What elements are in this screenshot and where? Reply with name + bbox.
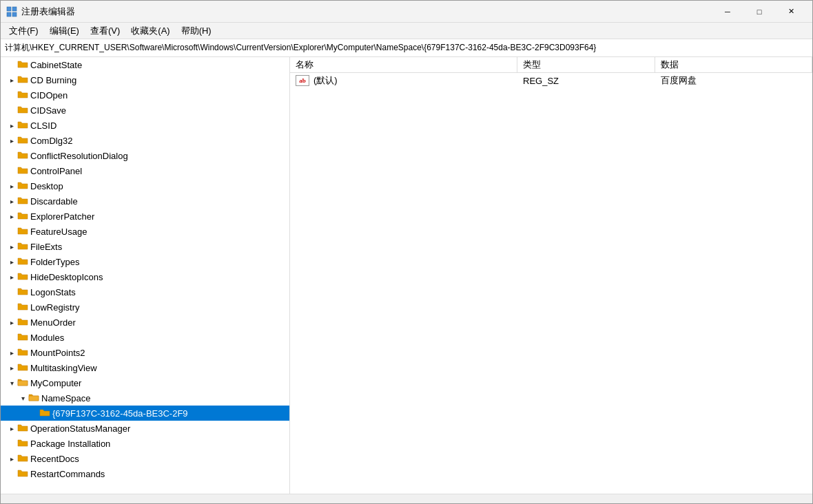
tree-item[interactable]: Modules	[1, 330, 289, 345]
detail-cell-name: ab (默认)	[290, 73, 517, 88]
svg-rect-1	[12, 7, 17, 11]
tree-item[interactable]: ▾ MyComputer	[1, 375, 289, 390]
tree-item[interactable]: ControlPanel	[1, 163, 289, 178]
tree-item[interactable]: ▸ RecentDocs	[1, 451, 289, 466]
table-row[interactable]: ab (默认) REG_SZ 百度网盘	[290, 73, 812, 88]
tree-item[interactable]: Package Installation	[1, 436, 289, 451]
no-expand	[6, 466, 17, 481]
svg-rect-0	[7, 7, 11, 11]
chevron-right-icon[interactable]: ▸	[6, 269, 17, 284]
menu-edit[interactable]: 编辑(E)	[44, 23, 85, 39]
tree-item[interactable]: FeatureUsage	[1, 224, 289, 239]
tree-item[interactable]: ▸ OperationStatusManager	[1, 421, 289, 436]
chevron-right-icon[interactable]: ▸	[6, 254, 17, 269]
no-expand	[6, 436, 17, 451]
close-button[interactable]: ✕	[775, 1, 807, 23]
tree-item[interactable]: LogonStats	[1, 284, 289, 300]
folder-icon	[17, 271, 30, 284]
detail-header: 名称 类型 数据	[290, 57, 812, 73]
tree-item[interactable]: LowRegistry	[1, 300, 289, 315]
tree-item[interactable]: ▸ CLSID	[1, 118, 289, 133]
tree-item-label: Desktop	[30, 181, 63, 191]
tree-item[interactable]: CabinetState	[1, 57, 289, 72]
col-name[interactable]: 名称	[290, 57, 517, 72]
tree-item-label: MyComputer	[30, 378, 81, 388]
chevron-right-icon[interactable]: ▸	[6, 345, 17, 360]
tree-item[interactable]: ▸ Discardable	[1, 193, 289, 209]
chevron-right-icon[interactable]: ▸	[6, 72, 17, 87]
menu-view[interactable]: 查看(V)	[85, 23, 125, 39]
value-name: (默认)	[313, 74, 338, 87]
tree-item[interactable]: ▸ MultitaskingView	[1, 360, 289, 375]
chevron-right-icon[interactable]: ▸	[6, 193, 17, 209]
tree-item[interactable]: ConflictResolutionDialog	[1, 148, 289, 163]
maximize-button[interactable]: □	[743, 1, 775, 23]
col-type[interactable]: 类型	[517, 57, 655, 72]
folder-icon	[17, 89, 30, 102]
tree-item[interactable]: ▸ FolderTypes	[1, 254, 289, 269]
no-expand	[6, 148, 17, 163]
folder-icon	[17, 180, 30, 193]
tree-item[interactable]: ▸ MenuOrder	[1, 315, 289, 330]
chevron-right-icon[interactable]: ▸	[6, 118, 17, 133]
main-content: CabinetState ▸ CD Burning CIDOpen CIDSav…	[1, 57, 812, 494]
tree-item[interactable]: ▸ CD Burning	[1, 72, 289, 87]
no-expand	[6, 57, 17, 72]
menu-file[interactable]: 文件(F)	[3, 23, 44, 39]
tree-item[interactable]: CIDSave	[1, 103, 289, 118]
folder-icon	[17, 119, 30, 132]
tree-item[interactable]: ▸ ComDlg32	[1, 133, 289, 148]
tree-item[interactable]: ▸ MountPoints2	[1, 345, 289, 360]
menu-favorites[interactable]: 收藏夹(A)	[125, 23, 175, 39]
folder-icon	[17, 74, 30, 87]
chevron-down-icon[interactable]: ▾	[6, 375, 17, 390]
window-title: 注册表编辑器	[21, 6, 712, 18]
menu-bar: 文件(F) 编辑(E) 查看(V) 收藏夹(A) 帮助(H)	[1, 23, 812, 39]
folder-icon	[17, 316, 30, 329]
folder-icon	[17, 104, 30, 117]
no-expand	[6, 224, 17, 239]
folder-icon	[39, 407, 52, 420]
chevron-right-icon[interactable]: ▸	[6, 360, 17, 375]
tree-item-label: FeatureUsage	[30, 227, 87, 237]
menu-help[interactable]: 帮助(H)	[176, 23, 217, 39]
folder-icon	[17, 240, 30, 253]
chevron-down-icon[interactable]: ▾	[17, 390, 28, 406]
tree-item[interactable]: ▸ FileExts	[1, 239, 289, 254]
minimize-button[interactable]: ─	[712, 1, 743, 23]
no-expand	[6, 284, 17, 300]
chevron-right-icon[interactable]: ▸	[6, 178, 17, 193]
folder-icon	[17, 377, 30, 390]
tree-item[interactable]: ▸ ExplorerPatcher	[1, 209, 289, 224]
folder-icon	[17, 210, 30, 223]
folder-icon	[17, 346, 30, 359]
folder-icon	[17, 195, 30, 208]
tree-item[interactable]: ▾ NameSpace	[1, 390, 289, 406]
chevron-right-icon[interactable]: ▸	[6, 451, 17, 466]
no-expand	[6, 103, 17, 118]
tree-item-label: CD Burning	[30, 75, 76, 85]
folder-icon	[17, 468, 30, 481]
tree-item[interactable]: ▸ Desktop	[1, 178, 289, 193]
tree-pane[interactable]: CabinetState ▸ CD Burning CIDOpen CIDSav…	[1, 57, 290, 494]
tree-item[interactable]: {679F137C-3162-45da-BE3C-2F9	[1, 406, 289, 421]
no-expand	[6, 163, 17, 178]
tree-item[interactable]: ▸ HideDesktopIcons	[1, 269, 289, 284]
title-bar: 注册表编辑器 ─ □ ✕	[1, 1, 812, 23]
tree-item[interactable]: CIDOpen	[1, 87, 289, 103]
no-expand	[6, 300, 17, 315]
detail-pane: 名称 类型 数据 ab (默认) REG_SZ 百度网盘	[290, 57, 812, 494]
col-data[interactable]: 数据	[655, 57, 812, 72]
chevron-right-icon[interactable]: ▸	[6, 209, 17, 224]
address-path: 计算机\HKEY_CURRENT_USER\Software\Microsoft…	[5, 42, 596, 54]
tree-item-label: LowRegistry	[30, 302, 80, 313]
chevron-right-icon[interactable]: ▸	[6, 315, 17, 330]
folder-icon	[17, 361, 30, 375]
chevron-right-icon[interactable]: ▸	[6, 239, 17, 254]
folder-icon	[17, 301, 30, 314]
chevron-right-icon[interactable]: ▸	[6, 421, 17, 436]
tree-item[interactable]: RestartCommands	[1, 466, 289, 481]
chevron-right-icon[interactable]: ▸	[6, 133, 17, 148]
app-icon	[6, 6, 17, 17]
tree-item-label: RestartCommands	[30, 469, 105, 479]
